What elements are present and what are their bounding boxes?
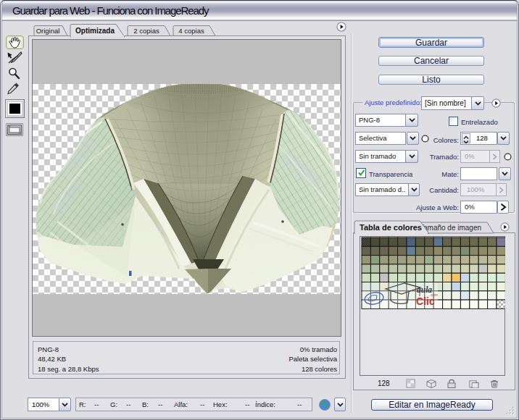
- svg-text:Optimizada: Optimizada: [75, 27, 115, 35]
- svg-text:Original: Original: [36, 27, 60, 35]
- svg-text:Tamaño de imagen: Tamaño de imagen: [420, 224, 481, 232]
- svg-text:Tabla de colores: Tabla de colores: [360, 223, 422, 232]
- svg-text:2 copias: 2 copias: [133, 27, 159, 35]
- svg-text:4 copias: 4 copias: [178, 27, 204, 35]
- svg-text:Clic: Clic: [416, 295, 435, 307]
